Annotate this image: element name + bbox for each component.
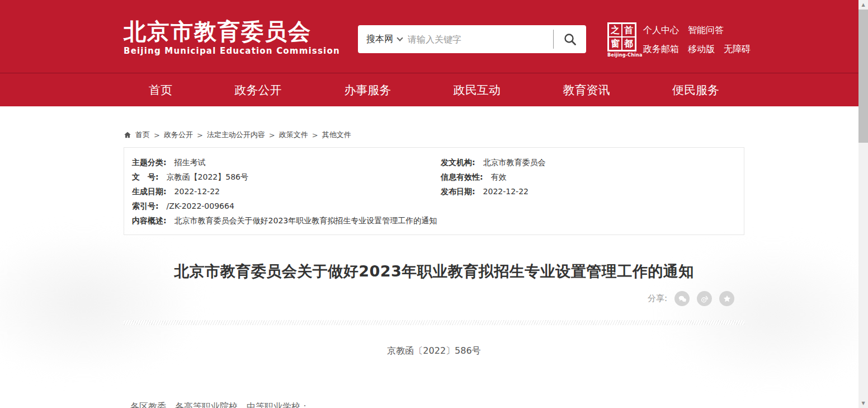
search-button[interactable] [554,25,586,53]
capital-window-cell: 窗 [608,37,622,50]
scrollbar-up-arrow[interactable]: ▲ [858,0,868,10]
wechat-icon [677,294,687,304]
main-nav: 首页 政务公开 办事服务 政民互动 教育资讯 便民服务 [0,73,868,106]
capital-window-caption: Beijing-China [607,53,638,58]
share-label: 分享: [648,293,667,304]
meta-field-label: 主题分类: [132,155,167,170]
capital-window-grid: 之 首 窗 都 [607,22,636,51]
search-input[interactable] [408,34,553,45]
meta-field-label: 生成日期: [132,184,167,199]
meta-row-summary: 内容概述: 北京市教育委员会关于做好2023年职业教育拟招生专业设置管理工作的通… [132,213,736,228]
meta-row-creation-date: 生成日期: 2022-12-22 [132,184,441,199]
link-smart-qa[interactable]: 智能问答 [688,25,724,36]
meta-field-label: 文 号: [132,170,159,184]
meta-field-value: 北京市教育委员会 [483,155,546,170]
document-number: 京教函〔2022〕586号 [124,345,744,357]
page-title: 北京市教育委员会关于做好2023年职业教育拟招生专业设置管理工作的通知 [124,261,744,282]
search-scope-dropdown[interactable]: 搜本网 [358,34,408,45]
article-body-line: 各区教委，各高等职业院校，中等职业学校： [124,400,744,408]
site-header: 北京市教育委员会 Beijing Municipal Education Com… [0,0,868,73]
scrollbar-down-arrow[interactable]: ▼ [858,398,868,408]
link-gov-mail[interactable]: 政务邮箱 [643,44,679,55]
scrollbar-thumb[interactable] [858,10,868,143]
nav-item-gov-disclosure[interactable]: 政务公开 [235,82,282,98]
site-logo[interactable]: 北京市教育委员会 Beijing Municipal Education Com… [124,18,340,56]
breadcrumb-item-policy-files[interactable]: 政策文件 [279,130,308,140]
breadcrumb-item-statutory-content[interactable]: 法定主动公开内容 [207,130,265,140]
share-weibo-button[interactable] [697,291,712,306]
meta-row-topic: 主题分类: 招生考试 [132,155,441,170]
site-title: 北京市教育委员会 [124,18,340,44]
breadcrumb-separator: > [269,131,275,139]
breadcrumb-separator: > [154,131,160,139]
meta-field-value: 招生考试 [174,155,206,170]
main-content: 首页 > 政务公开 > 法定主动公开内容 > 政策文件 > 其他文件 主题分类:… [0,130,868,408]
meta-row-index-number: 索引号: /ZK-2022-009664 [132,199,441,213]
breadcrumb: 首页 > 政务公开 > 法定主动公开内容 > 政策文件 > 其他文件 [124,130,744,140]
capital-window-cell: 之 [608,24,622,37]
meta-field-label: 发文机构: [441,155,475,170]
breadcrumb-separator: > [312,131,318,139]
meta-field-value: 京教函【2022】586号 [167,170,248,184]
meta-row-validity: 信息有效性: 有效 [441,170,736,184]
share-wechat-button[interactable] [674,291,690,306]
meta-field-value: 2022-12-22 [174,184,220,199]
search-bar: 搜本网 [358,25,586,53]
chevron-down-icon [397,35,403,41]
capital-window-cell: 都 [622,37,635,50]
meta-field-value: 2022-12-22 [483,184,529,199]
breadcrumb-item-home[interactable]: 首页 [135,130,150,140]
link-accessibility[interactable]: 无障碍 [724,44,751,55]
capital-window-logo[interactable]: 之 首 窗 都 Beijing-China [607,22,638,58]
meta-row-issuing-agency: 发文机构: 北京市教育委员会 [441,155,736,170]
nav-item-interaction[interactable]: 政民互动 [454,82,501,98]
share-qzone-button[interactable] [719,291,734,306]
site-subtitle: Beijing Municipal Education Commission [124,46,340,56]
link-mobile-version[interactable]: 移动版 [688,44,715,55]
meta-field-value: 有效 [491,170,507,184]
nav-item-home[interactable]: 首页 [149,82,172,98]
nav-item-convenience[interactable]: 便民服务 [672,82,719,98]
capital-window-cell: 首 [622,24,635,37]
weibo-icon [700,294,710,304]
quick-links: 个人中心 智能问答 政务邮箱 移动版 无障碍 [643,25,751,63]
meta-field-label: 索引号: [132,199,159,213]
hatched-divider [124,320,744,325]
search-icon [563,32,577,46]
breadcrumb-item-other-files[interactable]: 其他文件 [322,130,351,140]
scrollbar[interactable]: ▲ ▼ [858,0,868,408]
document-meta-box: 主题分类: 招生考试 文 号: 京教函【2022】586号 生成日期: 2022… [124,147,744,235]
meta-field-value: 北京市教育委员会关于做好2023年职业教育拟招生专业设置管理工作的通知 [174,213,437,228]
nav-item-services[interactable]: 办事服务 [344,82,391,98]
star-icon [722,294,732,304]
meta-field-label: 发布日期: [441,184,475,199]
breadcrumb-item-gov-disclosure[interactable]: 政务公开 [164,130,193,140]
search-scope-label: 搜本网 [366,34,393,45]
meta-field-value: /ZK-2022-009664 [167,199,234,213]
breadcrumb-separator: > [197,131,203,139]
meta-field-label: 内容概述: [132,213,167,228]
share-row: 分享: [124,291,744,306]
meta-row-doc-number: 文 号: 京教函【2022】586号 [132,170,441,184]
link-personal-center[interactable]: 个人中心 [643,25,679,36]
home-icon [124,131,131,139]
page: 北京市教育委员会 Beijing Municipal Education Com… [0,0,868,408]
meta-field-label: 信息有效性: [441,170,483,184]
nav-item-edu-news[interactable]: 教育资讯 [563,82,610,98]
meta-row-publish-date: 发布日期: 2022-12-22 [441,184,736,199]
